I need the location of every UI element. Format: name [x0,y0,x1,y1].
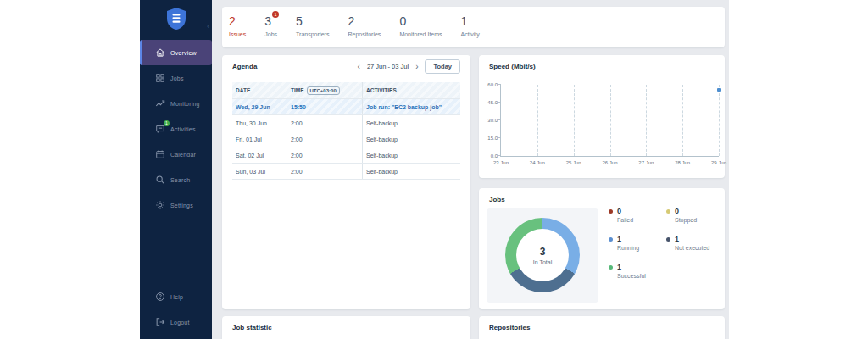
stat-item-issues[interactable]: 2 Issues [229,14,246,37]
stat-label: Repositories [348,31,381,37]
sidebar-item-activities[interactable]: 1 Activities [140,116,212,142]
gridline [682,85,683,156]
x-tick-label: 26 Jun [602,160,617,165]
agenda-cell-time: 2:00 [287,131,362,147]
agenda-row[interactable]: Sat, 02 Jul 2:00 Self-backup [232,147,460,164]
y-tick-label: 30.0 [487,118,498,123]
stat-item-jobs[interactable]: 3 1 Jobs [264,14,277,37]
y-tick-mark [498,137,501,138]
legend-value: 1 [675,235,719,243]
agenda-row[interactable]: Fri, 01 Jul 2:00 Self-backup [232,131,460,147]
column-header-date: DATE [232,82,287,98]
monitoring-icon [155,98,165,108]
stat-item-repositories[interactable]: 2 Repositories [348,14,381,37]
sidebar-item-label: Jobs [170,75,184,81]
agenda-cell-time: 2:00 [287,115,362,131]
gridline [719,85,720,156]
sidebar-item-overview[interactable]: Overview [140,40,212,65]
agenda-panel: Agenda ‹ 27 Jun - 03 Jul › Today DATE TI… [222,55,470,309]
stat-label: Activity [461,31,480,37]
agenda-row[interactable]: Sun, 03 Jul 2:00 Self-backup [232,164,460,180]
stat-value: 2 [348,14,354,28]
column-header-activities: ACTIVITIES [362,82,460,98]
sidebar-item-settings[interactable]: Settings [140,192,212,218]
legend-value: 0 [675,207,719,215]
agenda-table: DATE TIME UTC+03:00 ACTIVITIES Wed, 29 J… [232,82,460,180]
stat-label: Transporters [296,31,329,37]
legend-label: Not executed [675,245,719,251]
sidebar-item-label: Activities [170,126,196,132]
legend-label: Failed [617,217,666,223]
stat-item-monitored-items[interactable]: 0 Monitored Items [399,14,442,37]
legend-label: Successful [617,273,666,279]
sidebar-item-label: Overview [170,50,197,56]
stat-label: Jobs [264,31,277,37]
sidebar-item-label: Search [170,177,190,183]
job-statistic-panel: Job statistic [222,316,470,339]
home-icon [155,47,165,58]
repositories-title: Repositories [489,324,530,331]
y-tick-label: 60.0 [487,82,498,87]
sidebar-nav: Overview Jobs Monitoring 1 Activities Ca… [140,40,212,218]
sidebar-item-search[interactable]: Search [140,167,212,192]
repositories-panel: Repositories [479,316,725,339]
x-tick-label: 25 Jun [566,160,581,165]
legend-item-successful: 1 Successful [609,263,666,291]
chevron-left-icon[interactable]: ‹ [356,60,362,74]
sidebar-item-jobs[interactable]: Jobs [140,65,212,91]
legend-value: 1 [617,235,666,243]
sidebar-collapse-icon[interactable]: ‹ [207,23,209,31]
sidebar-item-calendar[interactable]: Calendar [140,142,212,167]
calendar-icon [155,149,165,159]
x-tick-label: 29 Jun [711,160,726,165]
stat-badge: 1 [272,11,279,18]
stat-item-transporters[interactable]: 5 Transporters [296,14,329,37]
agenda-cell-time: 2:00 [287,147,362,163]
app-logo [140,7,212,34]
stat-value: 5 [296,14,303,28]
data-point [717,88,721,92]
utc-offset-badge[interactable]: UTC+03:00 [307,86,340,95]
speed-chart-plot: 23 Jun24 Jun25 Jun26 Jun27 Jun28 Jun29 J… [500,85,719,157]
agenda-cell-date: Wed, 29 Jun [232,99,287,114]
legend-label: Running [617,245,666,251]
agenda-cell-activity: Self-backup [362,164,460,179]
jobs-donut-panel: 3 In Total [487,208,598,303]
y-tick-mark [498,119,501,120]
chevron-right-icon[interactable]: › [414,60,420,74]
stat-value: 0 [399,14,406,28]
agenda-date-nav: ‹ 27 Jun - 03 Jul › Today [356,59,460,74]
sidebar-item-label: Monitoring [170,101,200,107]
agenda-cell-activity: Self-backup [362,131,460,147]
y-tick-mark [498,102,501,103]
sidebar-item-label: Settings [170,203,193,208]
settings-icon [155,200,165,210]
legend-dot [666,237,670,242]
stat-value: 3 [264,14,271,28]
gridline [574,85,575,156]
activities-icon: 1 [155,124,165,134]
agenda-row[interactable]: Thu, 30 Jun 2:00 Self-backup [232,115,460,131]
job-statistic-title: Job statistic [232,324,272,331]
today-button[interactable]: Today [425,59,460,74]
jobs-panel-title: Jobs [489,196,505,203]
agenda-cell-date: Sun, 03 Jul [232,164,287,179]
gridline [610,85,611,156]
sidebar-item-monitoring[interactable]: Monitoring [140,91,212,116]
agenda-row[interactable]: Wed, 29 Jun 15:50 Job run: "EC2 backup j… [232,99,460,115]
speed-chart-title: Speed (Mbit/s) [489,63,536,70]
stat-item-activity[interactable]: 1 Activity [461,14,480,37]
sidebar-item-logout[interactable]: Logout [140,309,212,335]
y-tick-mark [498,84,501,85]
stat-value: 2 [229,14,236,28]
legend-item-stopped: 0 Stopped [666,207,719,235]
sidebar-item-label: Calendar [170,152,196,158]
speed-chart-panel: Speed (Mbit/s) 23 Jun24 Jun25 Jun26 Jun2… [479,55,725,178]
column-header-time: TIME UTC+03:00 [287,82,362,98]
sidebar-item-label: Help [170,294,183,300]
jobs-legend: 0 Failed 0 Stopped 1 Running 1 Not execu… [609,207,719,291]
stat-label: Monitored Items [399,31,442,37]
sidebar-item-help[interactable]: Help [140,284,212,309]
agenda-cell-time: 2:00 [287,164,362,179]
sidebar-item-label: Logout [170,320,190,325]
